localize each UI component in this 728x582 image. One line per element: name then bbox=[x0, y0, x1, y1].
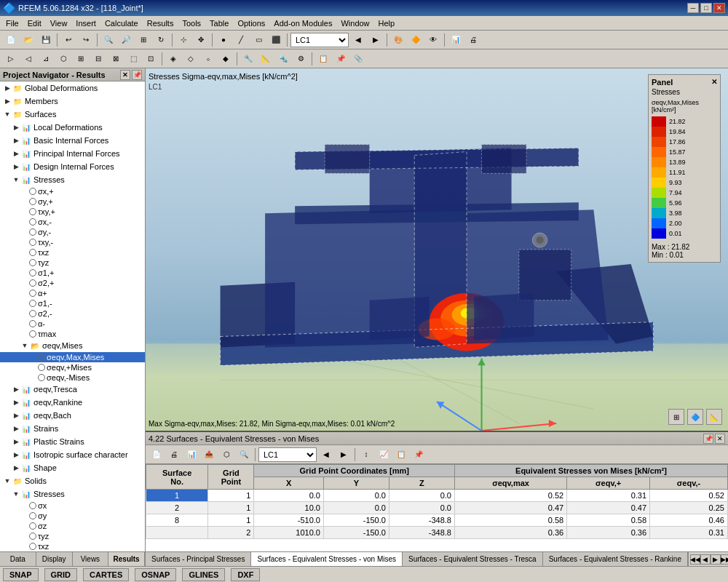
tree-item-10[interactable]: τxy,+ bbox=[0, 207, 145, 217]
tree-toggle-7[interactable]: ▼ bbox=[12, 175, 20, 184]
tb2-12[interactable]: ⬦ bbox=[200, 51, 216, 67]
tb2-17[interactable]: ⚙ bbox=[293, 51, 309, 67]
tab-nav-left[interactable]: ◀ bbox=[700, 554, 711, 565]
tb-line[interactable]: ╱ bbox=[233, 32, 249, 48]
tb2-15[interactable]: 📐 bbox=[258, 51, 274, 67]
table-row-2[interactable]: 8 1 -510.0 -150.0 -348.8 0.58 0.58 0.46 bbox=[146, 514, 728, 527]
tab-views[interactable]: Views bbox=[73, 552, 109, 566]
tree-item-23[interactable]: ▼📂σeqv,Mises bbox=[0, 339, 145, 352]
menu-table[interactable]: Table bbox=[205, 17, 233, 29]
tree-item-1[interactable]: ▶📁Members bbox=[0, 95, 145, 108]
tree-item-4[interactable]: ▶📊Basic Internal Forces bbox=[0, 134, 145, 147]
tree-item-17[interactable]: σ2,+ bbox=[0, 278, 145, 288]
legend-btn-2[interactable]: 🔷 bbox=[687, 409, 703, 425]
panel-pin[interactable]: 📌 bbox=[132, 70, 142, 80]
tb-material[interactable]: 🔶 bbox=[408, 32, 424, 48]
tree-item-21[interactable]: α- bbox=[0, 319, 145, 329]
rt-lc-combo[interactable]: LC1 bbox=[258, 447, 317, 462]
tree-item-5[interactable]: ▶📊Principal Internal Forces bbox=[0, 147, 145, 160]
tree-item-32[interactable]: ▶📊Isotropic surface character bbox=[0, 448, 145, 461]
tree-item-14[interactable]: τxz bbox=[0, 247, 145, 258]
tree-toggle-5[interactable]: ▶ bbox=[12, 149, 20, 158]
tb2-16[interactable]: 🔩 bbox=[275, 51, 291, 67]
result-tab-2[interactable]: Surfaces - Equivalent Stresses - Tresca bbox=[403, 552, 543, 566]
panel-close-left[interactable]: ✕ bbox=[120, 70, 130, 80]
tb2-14[interactable]: 🔧 bbox=[240, 51, 256, 67]
tree-toggle-34[interactable]: ▼ bbox=[3, 477, 12, 485]
rt-btn-10[interactable]: 📌 bbox=[411, 447, 427, 463]
tree-item-29[interactable]: ▶📊σeqv,Bach bbox=[0, 409, 145, 422]
table-row-1[interactable]: 2 1 10.0 0.0 0.0 0.47 0.47 0.25 bbox=[146, 502, 728, 514]
tb-node[interactable]: ● bbox=[215, 32, 232, 48]
tree-toggle-32[interactable]: ▶ bbox=[12, 450, 20, 459]
table-container[interactable]: SurfaceNo. GridPoint Grid Point Coordina… bbox=[146, 464, 728, 551]
tree-item-39[interactable]: τyz bbox=[0, 531, 145, 541]
result-tab-1[interactable]: Surfaces - Equivalent Stresses - von Mis… bbox=[251, 552, 403, 566]
menu-options[interactable]: Options bbox=[233, 17, 269, 29]
tb2-8[interactable]: ⬚ bbox=[125, 51, 141, 67]
tree-item-7[interactable]: ▼📊Stresses bbox=[0, 173, 145, 186]
menu-view[interactable]: View bbox=[46, 17, 72, 29]
tb2-20[interactable]: 📎 bbox=[350, 51, 366, 67]
menu-addons[interactable]: Add-on Modules bbox=[269, 17, 336, 29]
tb2-2[interactable]: ◁ bbox=[20, 51, 36, 67]
tb2-11[interactable]: ◇ bbox=[183, 51, 199, 67]
tree-item-31[interactable]: ▶📊Plastic Strains bbox=[0, 435, 145, 448]
tree-toggle-33[interactable]: ▶ bbox=[12, 463, 20, 472]
tb-rotate[interactable]: ↻ bbox=[153, 32, 169, 48]
tb-prev-lc[interactable]: ◀ bbox=[350, 32, 366, 48]
tb-zoom-out[interactable]: 🔎 bbox=[118, 32, 134, 48]
tree-item-37[interactable]: σy bbox=[0, 511, 145, 521]
tree-toggle-2[interactable]: ▼ bbox=[3, 110, 12, 119]
result-tab-0[interactable]: Surfaces - Principal Stresses bbox=[146, 552, 251, 566]
tree-item-11[interactable]: σx,- bbox=[0, 217, 145, 227]
tab-nav-right[interactable]: ▶ bbox=[711, 554, 721, 565]
tb-select[interactable]: ⊹ bbox=[175, 32, 191, 48]
result-tab-3[interactable]: Surfaces - Equivalent Stresses - Rankine bbox=[543, 552, 688, 566]
tree-toggle-27[interactable]: ▶ bbox=[12, 385, 20, 394]
tree-item-25[interactable]: σeqv,+Mises bbox=[0, 362, 145, 372]
rt-btn-6[interactable]: 🔍 bbox=[236, 447, 252, 463]
tree-toggle-30[interactable]: ▶ bbox=[12, 424, 20, 433]
tab-results[interactable]: Results bbox=[108, 552, 145, 566]
table-row-3[interactable]: 2 1010.0 -150.0 -348.8 0.36 0.36 0.31 bbox=[146, 527, 728, 539]
rt-btn-4[interactable]: 📤 bbox=[201, 447, 217, 463]
tree-item-28[interactable]: ▶📊σeqv,Rankine bbox=[0, 396, 145, 409]
tb-display[interactable]: 👁 bbox=[425, 32, 441, 48]
tree-item-24[interactable]: σeqv,Max,Mises bbox=[0, 352, 145, 362]
tb-result-diagram[interactable]: 📊 bbox=[448, 32, 464, 48]
tree-toggle-0[interactable]: ▶ bbox=[3, 84, 12, 92]
tb-next-lc[interactable]: ▶ bbox=[368, 32, 384, 48]
tb2-3[interactable]: ⊿ bbox=[38, 51, 54, 67]
tree-item-33[interactable]: ▶📊Shape bbox=[0, 461, 145, 474]
status-item-cartes[interactable]: CARTES bbox=[83, 568, 129, 581]
tree-toggle-23[interactable]: ▼ bbox=[20, 341, 29, 350]
tree-item-19[interactable]: σ1,- bbox=[0, 298, 145, 308]
close-button[interactable]: ✕ bbox=[713, 3, 725, 13]
tb-open[interactable]: 📂 bbox=[20, 32, 36, 48]
viewport[interactable]: Stresses Sigma-eqv,max,Mises [kN/cm^2] L… bbox=[146, 68, 728, 432]
tree-item-9[interactable]: σy,+ bbox=[0, 196, 145, 207]
status-item-glines[interactable]: GLINES bbox=[182, 568, 225, 581]
tree-toggle-35[interactable]: ▼ bbox=[12, 490, 20, 498]
status-item-dxf[interactable]: DXF bbox=[231, 568, 260, 581]
menu-results[interactable]: Results bbox=[143, 17, 178, 29]
menu-edit[interactable]: Edit bbox=[23, 17, 46, 29]
tb-undo[interactable]: ↩ bbox=[60, 32, 76, 48]
minimize-button[interactable]: ─ bbox=[687, 3, 699, 13]
rt-btn-1[interactable]: 📄 bbox=[149, 447, 165, 463]
tree-toggle-3[interactable]: ▶ bbox=[12, 123, 20, 132]
rt-btn-7[interactable]: ↕ bbox=[358, 447, 374, 463]
tb-move[interactable]: ✥ bbox=[193, 32, 209, 48]
tb-surface[interactable]: ▭ bbox=[250, 32, 266, 48]
tree-item-36[interactable]: σx bbox=[0, 501, 145, 511]
tree-item-12[interactable]: σy,- bbox=[0, 227, 145, 237]
menu-help[interactable]: Help bbox=[374, 17, 400, 29]
lc-combo[interactable]: LC1 bbox=[290, 33, 349, 47]
tree-item-22[interactable]: τmax bbox=[0, 329, 145, 339]
legend-btn-1[interactable]: ⊞ bbox=[668, 409, 684, 425]
menu-insert[interactable]: Insert bbox=[71, 17, 100, 29]
tb2-9[interactable]: ⊡ bbox=[143, 51, 159, 67]
tree-toggle-6[interactable]: ▶ bbox=[12, 162, 20, 171]
tree-item-26[interactable]: σeqv,-Mises bbox=[0, 372, 145, 383]
